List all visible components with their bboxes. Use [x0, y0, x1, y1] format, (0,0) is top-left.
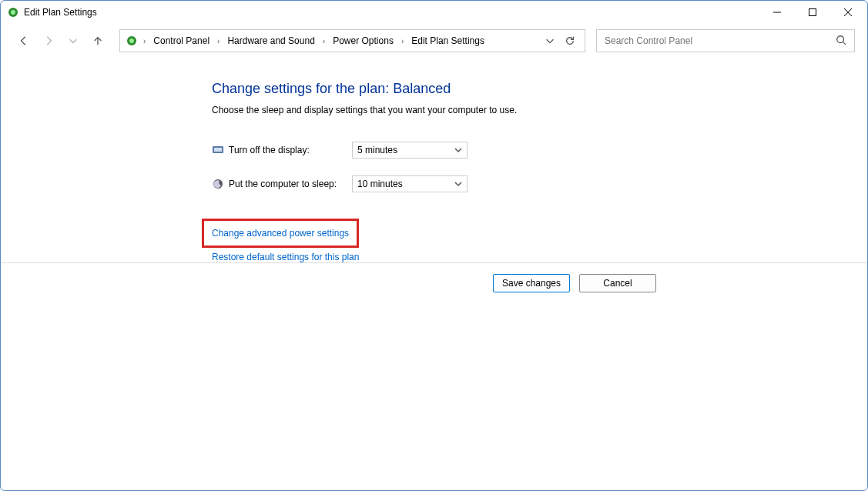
- sleep-dropdown[interactable]: 10 minutes: [352, 175, 468, 192]
- chevron-down-icon: [454, 146, 462, 154]
- chevron-right-icon[interactable]: ›: [142, 37, 147, 45]
- display-off-dropdown[interactable]: 5 minutes: [352, 142, 468, 159]
- display-icon: [212, 144, 224, 156]
- svg-point-1: [11, 10, 15, 15]
- forward-button[interactable]: [38, 30, 59, 52]
- window-title: Edit Plan Settings: [24, 7, 97, 18]
- close-button[interactable]: [830, 1, 866, 24]
- links-block: Change advanced power settings Restore d…: [212, 219, 867, 262]
- chevron-right-icon[interactable]: ›: [216, 37, 221, 45]
- maximize-button[interactable]: [795, 1, 830, 24]
- sleep-label: Put the computer to sleep:: [229, 179, 352, 189]
- search-input[interactable]: [605, 35, 836, 46]
- sleep-icon: [212, 178, 224, 190]
- svg-rect-11: [214, 148, 222, 152]
- refresh-button[interactable]: [565, 35, 575, 46]
- recent-locations-dropdown[interactable]: [62, 30, 84, 52]
- display-off-value: 5 minutes: [357, 145, 397, 155]
- search-box[interactable]: [596, 29, 855, 52]
- svg-rect-3: [809, 9, 816, 16]
- page-heading: Change settings for the plan: Balanced: [212, 81, 867, 97]
- back-button[interactable]: [13, 30, 35, 52]
- address-bar[interactable]: › Control Panel › Hardware and Sound › P…: [119, 29, 585, 52]
- titlebar: Edit Plan Settings: [1, 1, 867, 24]
- breadcrumb-item[interactable]: Control Panel: [149, 35, 214, 46]
- cancel-button[interactable]: Cancel: [579, 274, 656, 292]
- action-bar: Save changes Cancel: [1, 262, 867, 303]
- highlight-annotation: Change advanced power settings: [202, 219, 359, 248]
- search-icon[interactable]: [836, 35, 846, 48]
- breadcrumb-item[interactable]: Power Options: [328, 35, 398, 46]
- display-off-label: Turn off the display:: [229, 145, 352, 155]
- advanced-settings-link[interactable]: Change advanced power settings: [212, 228, 349, 239]
- chevron-down-icon: [454, 180, 462, 188]
- page-subtext: Choose the sleep and display settings th…: [212, 105, 867, 115]
- chevron-right-icon[interactable]: ›: [321, 37, 327, 45]
- minimize-button[interactable]: [759, 1, 795, 24]
- content-area: Change settings for the plan: Balanced C…: [1, 58, 867, 262]
- power-options-icon: [123, 35, 140, 47]
- svg-line-9: [843, 42, 846, 45]
- address-dropdown-button[interactable]: [545, 35, 555, 46]
- navigation-bar: › Control Panel › Hardware and Sound › P…: [1, 24, 867, 58]
- settings-grid: Turn off the display: 5 minutes Put the …: [212, 142, 867, 192]
- sleep-value: 10 minutes: [357, 179, 403, 189]
- restore-defaults-link[interactable]: Restore default settings for this plan: [212, 252, 867, 262]
- breadcrumb-item[interactable]: Hardware and Sound: [223, 35, 319, 46]
- up-button[interactable]: [87, 30, 109, 52]
- svg-point-8: [837, 35, 844, 42]
- power-options-icon: [7, 6, 19, 18]
- breadcrumb-item[interactable]: Edit Plan Settings: [407, 35, 489, 46]
- save-button[interactable]: Save changes: [493, 274, 570, 292]
- chevron-right-icon[interactable]: ›: [400, 37, 405, 45]
- svg-point-7: [129, 38, 134, 43]
